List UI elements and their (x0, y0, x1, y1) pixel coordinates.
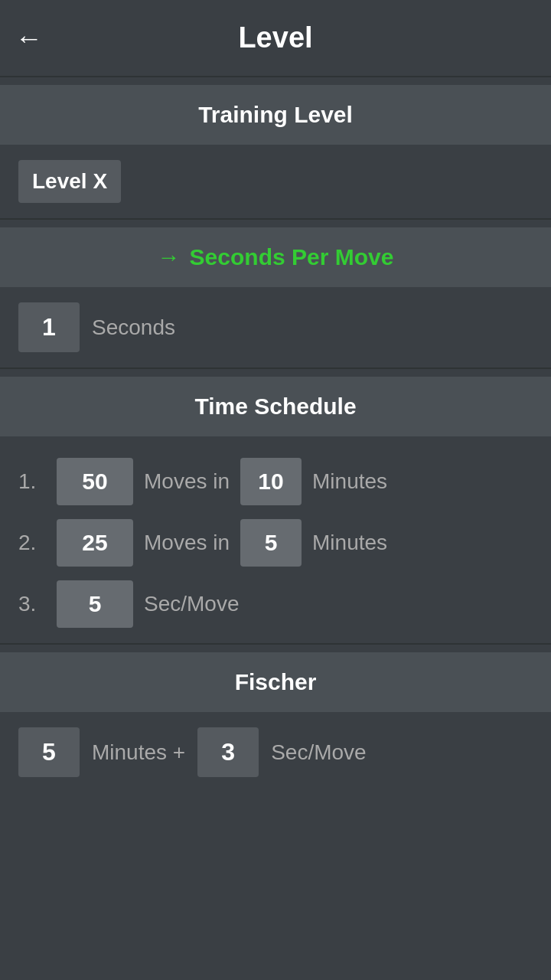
schedule-minutes-2[interactable]: 5 (240, 519, 302, 567)
minutes-label-2: Minutes (312, 531, 387, 555)
divider-3 (0, 368, 551, 369)
row-number-1: 1. (18, 469, 46, 494)
level-value-box[interactable]: Level X (18, 160, 121, 203)
divider-4 (0, 643, 551, 645)
fischer-sec-box[interactable]: 3 (197, 727, 259, 777)
sec-move-label-3: Sec/Move (144, 592, 240, 616)
seconds-per-move-title: Seconds Per Move (190, 244, 394, 270)
seconds-value-box[interactable]: 1 (18, 302, 80, 352)
moves-in-label-1: Moves in (144, 469, 230, 494)
back-button[interactable]: ← (15, 24, 43, 52)
time-schedule-section: 1. 50 Moves in 10 Minutes 2. 25 Moves in… (0, 436, 551, 643)
schedule-row-1: 1. 50 Moves in 10 Minutes (18, 458, 533, 505)
seconds-label: Seconds (92, 315, 175, 340)
page-title: Level (238, 21, 312, 54)
divider-1 (0, 76, 551, 77)
divider-2 (0, 218, 551, 220)
training-level-row: Level X (0, 145, 551, 218)
schedule-sec-3[interactable]: 5 (57, 580, 133, 628)
schedule-moves-2[interactable]: 25 (57, 519, 133, 567)
schedule-moves-1[interactable]: 50 (57, 458, 133, 505)
seconds-per-move-header[interactable]: → Seconds Per Move (0, 227, 551, 287)
row-number-3: 3. (18, 592, 46, 616)
minutes-label-1: Minutes (312, 469, 387, 494)
schedule-minutes-1[interactable]: 10 (240, 458, 302, 505)
fischer-minutes-label: Minutes + (92, 740, 185, 765)
schedule-row-3: 3. 5 Sec/Move (18, 580, 533, 628)
seconds-per-move-row: 1 Seconds (0, 287, 551, 368)
header: ← Level (0, 0, 551, 76)
row-number-2: 2. (18, 531, 46, 555)
arrow-icon: → (158, 244, 181, 270)
training-level-header: Training Level (0, 85, 551, 145)
time-schedule-header: Time Schedule (0, 377, 551, 436)
fischer-minutes-box[interactable]: 5 (18, 727, 80, 777)
fischer-row: 5 Minutes + 3 Sec/Move (0, 712, 551, 792)
fischer-sec-label: Sec/Move (271, 740, 367, 765)
moves-in-label-2: Moves in (144, 531, 230, 555)
fischer-header: Fischer (0, 652, 551, 712)
schedule-row-2: 2. 25 Moves in 5 Minutes (18, 519, 533, 567)
